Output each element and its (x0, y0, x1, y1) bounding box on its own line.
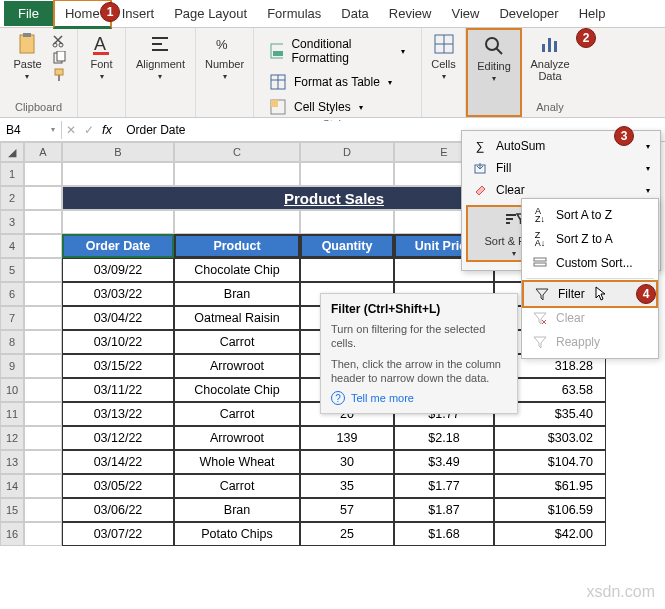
cell-price[interactable]: $1.87 (394, 498, 494, 522)
cut-icon[interactable] (52, 34, 68, 48)
header-orderdate[interactable]: Order Date (62, 234, 174, 258)
cell-date[interactable]: 03/11/22 (62, 378, 174, 402)
cell-qty[interactable]: 30 (300, 450, 394, 474)
tab-help[interactable]: Help (569, 1, 616, 26)
header-product[interactable]: Product (174, 234, 300, 258)
row-5[interactable]: 5 (0, 258, 24, 282)
cell-qty[interactable]: 25 (300, 522, 394, 546)
conditional-formatting-button[interactable]: Conditional Formatting▾ (260, 34, 415, 68)
cell-price[interactable]: $3.49 (394, 450, 494, 474)
svg-rect-28 (554, 41, 557, 52)
custom-sort[interactable]: Custom Sort... (522, 251, 658, 275)
group-clipboard-label: Clipboard (15, 101, 62, 115)
tab-file[interactable]: File (4, 1, 53, 26)
cell-product[interactable]: Carrot (174, 402, 300, 426)
cell-price[interactable]: $1.77 (394, 474, 494, 498)
col-A[interactable]: A (24, 142, 62, 162)
tab-data[interactable]: Data (331, 1, 378, 26)
custom-sort-icon (532, 255, 548, 271)
analyze-data-button[interactable]: Analyze Data (526, 30, 573, 84)
cell-date[interactable]: 03/10/22 (62, 330, 174, 354)
header-quantity[interactable]: Quantity (300, 234, 394, 258)
row-10[interactable]: 10 (0, 378, 24, 402)
cell-product[interactable]: Arrowroot (174, 354, 300, 378)
alignment-button[interactable]: Alignment ▾ (132, 30, 189, 83)
cell-total[interactable]: $106.59 (494, 498, 606, 522)
cells-button[interactable]: Cells ▾ (427, 30, 459, 83)
tab-formulas[interactable]: Formulas (257, 1, 331, 26)
cell-product[interactable]: Bran (174, 282, 300, 306)
row-15[interactable]: 15 (0, 498, 24, 522)
cell-qty[interactable] (300, 258, 394, 282)
tab-developer[interactable]: Developer (489, 1, 568, 26)
cell-date[interactable]: 03/06/22 (62, 498, 174, 522)
tab-review[interactable]: Review (379, 1, 442, 26)
col-C[interactable]: C (174, 142, 300, 162)
cell-product[interactable]: Chocolate Chip (174, 378, 300, 402)
font-button[interactable]: A Font ▾ (86, 30, 118, 83)
fill-button[interactable]: Fill▾ (462, 157, 660, 179)
row-9[interactable]: 9 (0, 354, 24, 378)
format-painter-icon[interactable] (52, 68, 68, 82)
cancel-icon[interactable]: ✕ (66, 123, 76, 137)
cell-product[interactable]: Bran (174, 498, 300, 522)
row-6[interactable]: 6 (0, 282, 24, 306)
cell-date[interactable]: 03/03/22 (62, 282, 174, 306)
paste-button[interactable]: Paste ▾ (9, 30, 45, 83)
cell-qty[interactable]: 35 (300, 474, 394, 498)
cell-total[interactable]: $61.95 (494, 474, 606, 498)
row-1[interactable]: 1 (0, 162, 24, 186)
cell-product[interactable]: Whole Wheat (174, 450, 300, 474)
cell-date[interactable]: 03/04/22 (62, 306, 174, 330)
sort-ztoa[interactable]: ZA↓Sort Z to A (522, 227, 658, 251)
cell-date[interactable]: 03/14/22 (62, 450, 174, 474)
cell-product[interactable]: Arrowroot (174, 426, 300, 450)
tab-view[interactable]: View (441, 1, 489, 26)
tab-pagelayout[interactable]: Page Layout (164, 1, 257, 26)
row-8[interactable]: 8 (0, 330, 24, 354)
editing-label: Editing (477, 60, 511, 72)
svg-rect-34 (534, 263, 546, 266)
row-4[interactable]: 4 (0, 234, 24, 258)
row-11[interactable]: 11 (0, 402, 24, 426)
name-box[interactable]: B4▾ (0, 121, 62, 139)
row-16[interactable]: 16 (0, 522, 24, 546)
cell-total[interactable]: $42.00 (494, 522, 606, 546)
cell-date[interactable]: 03/09/22 (62, 258, 174, 282)
cell-date[interactable]: 03/12/22 (62, 426, 174, 450)
cell-product[interactable]: Potato Chips (174, 522, 300, 546)
row-2[interactable]: 2 (0, 186, 24, 210)
editing-button[interactable]: Editing ▾ (473, 32, 515, 85)
cell-product[interactable]: Carrot (174, 330, 300, 354)
cell-product[interactable]: Carrot (174, 474, 300, 498)
row-13[interactable]: 13 (0, 450, 24, 474)
fx-icon[interactable]: fx (102, 122, 112, 137)
row-12[interactable]: 12 (0, 426, 24, 450)
col-D[interactable]: D (300, 142, 394, 162)
cell-date[interactable]: 03/15/22 (62, 354, 174, 378)
cell-date[interactable]: 03/07/22 (62, 522, 174, 546)
cell-date[interactable]: 03/13/22 (62, 402, 174, 426)
cell-date[interactable]: 03/05/22 (62, 474, 174, 498)
copy-icon[interactable] (52, 51, 68, 65)
cell-qty[interactable]: 139 (300, 426, 394, 450)
number-button[interactable]: % Number ▾ (201, 30, 248, 83)
cell-total[interactable]: $104.70 (494, 450, 606, 474)
select-all[interactable]: ◢ (0, 142, 24, 162)
row-7[interactable]: 7 (0, 306, 24, 330)
col-B[interactable]: B (62, 142, 174, 162)
sort-atoz[interactable]: AZ↓Sort A to Z (522, 203, 658, 227)
tell-me-more-link[interactable]: ?Tell me more (331, 391, 507, 405)
cell-total[interactable]: $303.02 (494, 426, 606, 450)
format-as-table-button[interactable]: Format as Table▾ (260, 71, 402, 93)
cell-price[interactable]: $1.68 (394, 522, 494, 546)
cell-product[interactable]: Oatmeal Raisin (174, 306, 300, 330)
cell-product[interactable]: Chocolate Chip (174, 258, 300, 282)
row-3[interactable]: 3 (0, 210, 24, 234)
enter-icon[interactable]: ✓ (84, 123, 94, 137)
cell-styles-button[interactable]: Cell Styles▾ (260, 96, 373, 118)
row-14[interactable]: 14 (0, 474, 24, 498)
formula-input[interactable] (120, 121, 360, 139)
cell-price[interactable]: $2.18 (394, 426, 494, 450)
cell-qty[interactable]: 57 (300, 498, 394, 522)
